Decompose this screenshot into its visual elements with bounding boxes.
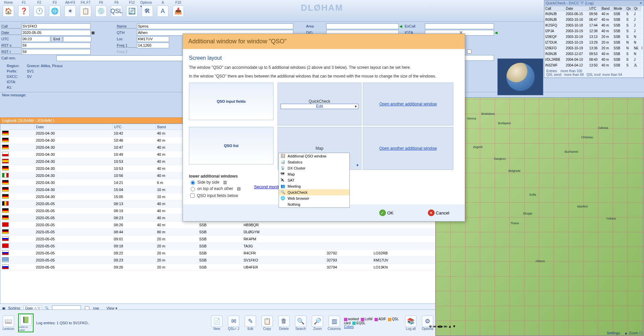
table-row[interactable]: 2020-05-0509:1820 mSSBTA3G — [1, 243, 436, 250]
modal-close-icon[interactable]: × — [459, 29, 463, 36]
map-down-icon[interactable]: ▼ — [452, 324, 456, 329]
open-another-link-2[interactable]: Open another additional window — [379, 146, 437, 151]
toolbar-F10[interactable]: F10📥 — [171, 1, 185, 17]
utc-end-input[interactable] — [63, 36, 91, 42]
ok-button[interactable]: ✓OK — [377, 209, 396, 217]
table-row[interactable]: 2020-05-0509:2220 mSSBR4CFR32792LO32RB — [1, 250, 436, 257]
name-input[interactable] — [137, 23, 293, 29]
date-input[interactable] — [21, 30, 91, 36]
delete-button[interactable]: 🗑Delete — [277, 316, 291, 331]
new-button[interactable]: 📄New — [210, 316, 224, 331]
date-picker-icon[interactable]: ▦ — [91, 31, 95, 35]
qc-row[interactable]: IZ7DUK2003-10-1913:2920 mSSBNN — [545, 40, 644, 45]
qc-row[interactable]: IN3NJB2003-12-0709:5340 mSSBSN — [545, 51, 644, 57]
zoom-button[interactable]: 🔎Zoom — [310, 316, 325, 331]
qc-row[interactable]: IZ8EQF2003-10-1913:1320 mSSBSN — [545, 34, 644, 40]
map-next-icon[interactable]: ▶ — [440, 324, 443, 329]
toolbar-F1[interactable]: F1❓ — [17, 1, 31, 17]
open-another-link-1[interactable]: Open another additional window — [379, 102, 437, 106]
iota-dropdown-icon[interactable]: ◀ — [495, 31, 497, 35]
toolbar-F9[interactable]: F9QSL — [109, 1, 123, 17]
toolbar-F2[interactable]: F2🕐 — [32, 1, 46, 17]
dropdown-item[interactable]: 🪟Additional QSO window — [279, 153, 349, 159]
map-first-icon[interactable]: ⏮ — [433, 324, 436, 329]
rsts-input[interactable] — [21, 43, 91, 48]
excall-input[interactable] — [425, 23, 494, 29]
dropdown-item[interactable]: 📡DX Cluster — [279, 165, 349, 171]
iota-key: IOTA: — [7, 80, 27, 85]
quickcheck-edit-combo[interactable]: Edit — [281, 104, 358, 109]
world-map[interactable]: ViennaBratislavaBudapestBelgradeBuchares… — [435, 97, 644, 336]
call-input[interactable] — [21, 23, 91, 29]
qth-label: QTH — [117, 31, 136, 35]
settings-link[interactable]: Settings — [607, 331, 620, 335]
dropdown-item[interactable]: 📊Statistics — [279, 159, 349, 165]
qc-row[interactable]: IZ8EFD2003-10-1913:3620 mSSBNNEI — [545, 45, 644, 51]
qc-row[interactable]: IN3NJB2003-10-1806:4740 mSSBSJ — [545, 17, 644, 22]
quickcheck-close-icon[interactable]: ✕ — [639, 1, 642, 5]
search-button[interactable]: 🔍Search — [294, 316, 308, 331]
loc-input[interactable] — [137, 36, 169, 42]
map-tool-icon[interactable]: ⊕ — [429, 324, 432, 329]
qc-row[interactable]: IN3NJB2003-06-1509:5640 mSSBSJ — [545, 11, 644, 17]
window-type-dropdown[interactable]: 🪟Additional QSO window📊Statistics📡DX Clu… — [279, 153, 350, 208]
toolbar-F3[interactable]: F3🌐 — [48, 1, 62, 17]
lexicon-button[interactable]: 📖Lexicon — [1, 316, 15, 331]
logall-button[interactable]: 📚Log all — [404, 316, 418, 331]
table-row[interactable]: 2020-05-0509:2620 mSSBUB4FER32794LO13KN — [1, 264, 436, 271]
toolbar-F4..F7[interactable]: F4..F7📋 — [79, 1, 93, 17]
toolbar-Home[interactable]: Home🏠 — [1, 1, 15, 17]
toolbar-Alt+F3[interactable]: Alt+F3✴ — [63, 1, 77, 17]
ok-checkbox[interactable] — [467, 49, 472, 54]
map-last-icon[interactable]: ⏭ — [444, 324, 447, 329]
toolbar-F8[interactable]: F8💿 — [94, 1, 108, 17]
dropdown-item[interactable]: 🛰SAT — [279, 177, 349, 183]
copy-button[interactable]: 📋Copy — [260, 316, 274, 331]
map-up-icon[interactable]: ▲ — [448, 324, 452, 329]
table-row[interactable]: 2020-05-0508:4480 mSSBDLØGYM — [1, 229, 436, 236]
area-dropdown-icon[interactable]: ◀ — [399, 24, 402, 29]
log-col[interactable] — [1, 124, 35, 130]
call-label[interactable]: Call — [1, 24, 21, 29]
qc-row[interactable]: IK2SFQ2003-10-1817:4440 mSSBSJ — [545, 22, 644, 28]
log-col[interactable]: Date — [35, 124, 113, 130]
area-input[interactable] — [326, 23, 399, 29]
toolbar-A[interactable]: AA — [156, 1, 170, 17]
qc-row[interactable]: IN3ZWF2004-04-1213:5040 mSSBSJL — [545, 62, 644, 68]
table-row[interactable]: 2020-05-0509:2320 mSSBSV1FKO32793KM17UV — [1, 257, 436, 264]
date-label[interactable]: Date — [1, 31, 21, 35]
ham2ham-button[interactable]: 📗HAM to HAM — [18, 314, 34, 332]
sidebyside-radio[interactable] — [191, 181, 195, 185]
map-prev-icon[interactable]: ◀ — [437, 324, 440, 329]
freq1-input[interactable] — [137, 43, 169, 48]
cancel-button[interactable]: ✕Cancel — [426, 209, 451, 217]
toolbar-Options ▾[interactable]: Options ▾🛠 — [140, 1, 154, 17]
freq1-label[interactable]: Freq 1 — [117, 43, 136, 48]
qc-row[interactable]: I/DL2RBB2004-04-1008:4340 mSSBSJ — [545, 57, 644, 62]
below-checkbox[interactable] — [190, 193, 195, 198]
map-controls[interactable]: Settings ▲ Zoom ☐ — [607, 331, 643, 335]
dropdown-item[interactable]: 🌐Web browser — [279, 195, 349, 201]
qc-row[interactable]: I2PJA2003-10-1912:3840 mSSBSJ — [545, 28, 644, 34]
rstr-label[interactable]: RST r — [1, 50, 21, 54]
ontop-radio[interactable] — [191, 187, 195, 191]
dropdown-item[interactable]: 🔍QuickCheck — [279, 189, 349, 195]
name-label[interactable]: Name — [117, 24, 136, 29]
rsts-label[interactable]: RST s — [1, 43, 21, 48]
rstr-input[interactable] — [21, 49, 91, 55]
toolbar-F12[interactable]: F12🔄 — [125, 1, 139, 17]
colors-link[interactable]: Colors — [344, 325, 354, 329]
qslr-button[interactable]: ✉QSLr: J — [227, 316, 241, 331]
edit-button[interactable]: ✎Edit — [243, 316, 257, 331]
table-row[interactable]: 2020-05-0509:0120 mSSBRK4PM — [1, 236, 436, 243]
utc-input[interactable] — [21, 36, 50, 42]
map-edit-dropdown-icon[interactable]: ▾ — [356, 163, 358, 167]
dropdown-item[interactable]: Nothing — [279, 201, 349, 207]
map-zoom[interactable]: ▲ Zoom ☐ — [624, 331, 643, 335]
table-row[interactable]: 2020-05-0508:2640 mSSBHB9BQR — [1, 222, 436, 229]
end-button[interactable]: End — [51, 36, 62, 42]
dropdown-item[interactable]: 🗺Map — [279, 171, 349, 177]
log-col[interactable]: UTC — [112, 124, 156, 130]
dropdown-item[interactable]: 👥Meeting — [279, 183, 349, 189]
columns-button[interactable]: ▥Columns — [327, 316, 341, 331]
